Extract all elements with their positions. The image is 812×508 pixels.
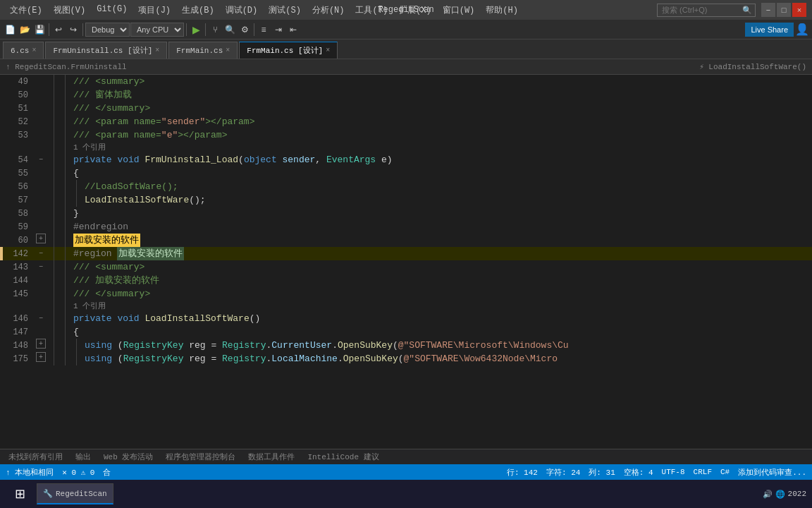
indent-guide [48,128,59,142]
undo-button[interactable]: ↩ [51,23,66,37]
code-content: /// <param name="e"></param> [70,128,812,142]
line-collapse[interactable] [34,193,48,207]
code-content: /// <summary> [70,260,812,274]
line-collapse[interactable] [34,220,48,234]
tab-frmmain[interactable]: FrmMain.cs × [168,42,238,59]
code-content: private void LoadInstallSoftWare() [70,312,812,325]
menu-file[interactable]: 文件(E) [6,3,47,18]
status-code-review[interactable]: 添加到代码审查... [738,467,806,478]
minimize-button[interactable]: − [761,3,775,17]
code-content: 1 个引用 [70,142,812,153]
menu-git[interactable]: Git(G) [92,3,131,18]
code-lines[interactable]: 49 /// <summary> 50 /// 窗体加载 5 [0,75,812,449]
format-button[interactable]: ≡ [257,23,271,37]
indent-guide [48,287,59,301]
maximize-button[interactable]: □ [777,3,791,17]
menu-analyze[interactable]: 分析(N) [308,3,349,18]
status-git: ↑ 本地和相同 [6,467,54,478]
line-collapse[interactable] [34,128,48,142]
indent-guide [59,88,70,102]
bottom-tab-refs[interactable]: 未找到所有引用 [3,451,68,463]
line-collapse[interactable] [34,301,48,312]
line-number: 58 [0,207,34,220]
search-code-button[interactable]: 🔍 [223,23,237,37]
line-collapse[interactable] [34,325,48,339]
bottom-tab-data[interactable]: 数据工具作件 [242,451,300,463]
line-collapse[interactable] [34,88,48,102]
git-button[interactable]: ⑂ [208,23,222,37]
line-expand-button[interactable]: + [36,339,46,349]
indent-guide [48,193,59,207]
menu-view[interactable]: 视图(V) [49,3,90,18]
line-number: 52 [0,115,34,128]
save-button[interactable]: 💾 [32,23,47,37]
taskbar-app-regeditscan[interactable]: 🔧 RegeditScan [37,483,113,504]
debug-config-dropdown[interactable]: Debug [85,23,130,37]
tab-close-cs6[interactable]: × [32,47,36,54]
live-share-button[interactable]: Live Share [745,23,794,37]
code-editor[interactable]: 49 /// <summary> 50 /// 窗体加载 5 [0,75,812,449]
taskbar-left: ⊞ 🔧 RegeditScan [6,480,113,508]
line-collapse[interactable] [34,115,48,128]
line-collapse[interactable] [34,75,48,88]
line-collapse-button[interactable]: − [34,312,48,325]
status-bar: ↑ 本地和相同 ✕ 0 ⚠ 0 合 行: 142 字符: 24 列: 31 空格… [0,464,812,480]
indent-button[interactable]: ⇥ [271,23,285,37]
code-line: 148 + using (RegistryKey reg = Registry.… [0,339,812,352]
search-box[interactable]: 🔍 [657,4,756,17]
bottom-tab-web[interactable]: Web 发布活动 [98,451,159,463]
editor-area: 49 /// <summary> 50 /// 窗体加载 5 [0,75,812,449]
code-content: LoadInstallSoftWare(); [82,193,812,207]
line-collapse[interactable] [34,167,48,180]
open-button[interactable]: 📂 [18,23,32,37]
settings-button[interactable]: ⚙ [238,23,252,37]
new-file-button[interactable]: 📄 [3,23,17,37]
line-collapse-button[interactable]: − [34,153,48,167]
line-collapse[interactable] [34,142,48,153]
tab-close-frmmain-design[interactable]: × [326,47,330,54]
tab-close-frmuninstall[interactable]: × [155,47,159,54]
menu-project[interactable]: 项目(J) [134,3,175,18]
line-collapse[interactable] [34,274,48,287]
file-path-right: ⚡ LoadInstallSoftWare() [699,62,806,71]
code-line: 59 #endregion [0,220,812,234]
indent-guide [59,312,70,325]
line-collapse-button[interactable]: − [34,247,48,260]
account-button[interactable]: 👤 [795,23,809,37]
line-number: 143 [3,260,34,274]
title-bar-left: 文件(E) 视图(V) Git(G) 项目(J) 生成(B) 调试(D) 测试(… [6,3,522,18]
start-button[interactable]: ⊞ [6,480,34,508]
outdent-button[interactable]: ⇤ [286,23,300,37]
line-expand-button[interactable]: + [36,234,46,243]
tab-frmuninstall-design[interactable]: FrmUninstall.cs [设计] × [45,42,167,59]
bottom-tab-intellicode[interactable]: IntelliCode 建议 [302,451,384,463]
tab-frmmain-design[interactable]: FrmMain.cs [设计] × [239,42,338,59]
menu-test[interactable]: 测试(S) [264,3,305,18]
menu-build[interactable]: 生成(B) [178,3,219,18]
code-line: 55 { [0,167,812,180]
line-collapse[interactable] [34,207,48,220]
line-expand-button[interactable]: + [36,352,46,362]
line-collapse[interactable] [34,180,48,193]
status-bar-right: 行: 142 字符: 24 列: 31 空格: 4 UTF-8 CRLF C# … [507,467,806,478]
bottom-tab-pkg[interactable]: 程序包管理器控制台 [160,451,241,463]
bottom-tab-output[interactable]: 输出 [70,451,97,463]
status-lang: C# [720,468,730,476]
line-collapse-button[interactable]: − [34,260,48,274]
title-bar-right: 🔍 − □ × [657,3,806,17]
tab-cs6[interactable]: 6.cs × [3,42,44,59]
menu-window[interactable]: 窗口(W) [438,3,479,18]
start-button[interactable]: ▶ [189,23,203,37]
menu-debug[interactable]: 调试(D) [221,3,262,18]
redo-button[interactable]: ↪ [66,23,80,37]
line-collapse[interactable] [34,102,48,115]
tab-close-frmmain[interactable]: × [226,47,230,54]
line-number: 142 [3,247,34,260]
status-errors: ✕ 0 ⚠ 0 [62,468,94,477]
close-button[interactable]: × [792,3,806,17]
search-input[interactable] [662,6,739,14]
window-title: RegeditScan [378,5,433,15]
cpu-config-dropdown[interactable]: Any CPU [130,23,184,37]
line-collapse[interactable] [34,287,48,301]
menu-help[interactable]: 帮助(H) [481,3,522,18]
